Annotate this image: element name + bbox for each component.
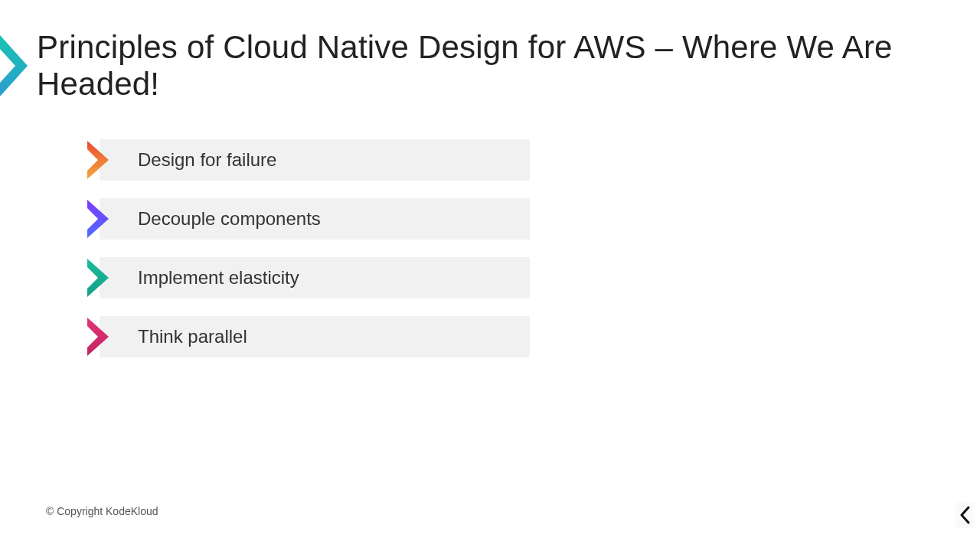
- chevron-right-icon: [87, 200, 109, 238]
- svg-marker-1: [87, 141, 109, 179]
- title-wrap: Principles of Cloud Native Design for AW…: [0, 29, 980, 103]
- slide-title: Principles of Cloud Native Design for AW…: [37, 29, 980, 103]
- svg-marker-0: [0, 35, 28, 96]
- svg-marker-4: [87, 318, 109, 356]
- principle-label: Decouple components: [138, 208, 321, 230]
- principle-item: Implement elasticity: [87, 257, 530, 298]
- principle-label: Implement elasticity: [138, 267, 299, 289]
- chevron-right-icon: [87, 141, 109, 179]
- nav-back-button[interactable]: [956, 502, 974, 528]
- svg-marker-3: [87, 259, 109, 297]
- principle-bar: Think parallel: [100, 316, 530, 357]
- principle-bar: Implement elasticity: [100, 257, 530, 298]
- principle-item: Design for failure: [87, 139, 530, 181]
- svg-marker-2: [87, 200, 109, 238]
- chevron-right-icon: [0, 35, 28, 96]
- principle-bar: Decouple components: [100, 198, 530, 240]
- slide: Principles of Cloud Native Design for AW…: [0, 0, 980, 551]
- chevron-right-icon: [87, 318, 109, 356]
- copyright-text: © Copyright KodeKloud: [46, 505, 158, 517]
- principle-item: Think parallel: [87, 316, 530, 357]
- principle-item: Decouple components: [87, 198, 530, 240]
- principle-label: Design for failure: [138, 149, 276, 171]
- principle-bar: Design for failure: [100, 139, 530, 181]
- chevron-left-icon: [959, 506, 970, 524]
- principle-label: Think parallel: [138, 326, 247, 347]
- chevron-right-icon: [87, 259, 109, 297]
- principles-list: Design for failure Decouple components: [87, 139, 530, 375]
